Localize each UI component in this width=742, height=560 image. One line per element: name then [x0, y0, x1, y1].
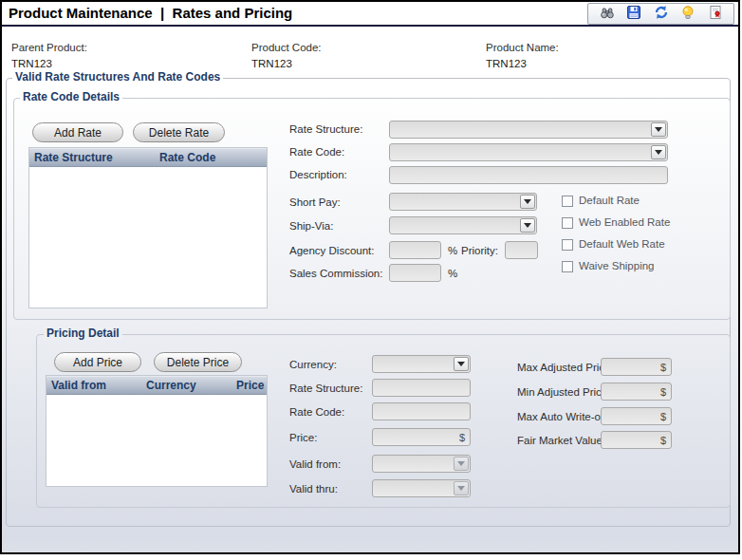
delete-rate-button-label: Delete Rate: [149, 126, 209, 140]
valid-from-datepicker[interactable]: [372, 455, 471, 473]
chevron-down-icon[interactable]: [454, 357, 469, 371]
default-web-rate-checkbox[interactable]: [562, 239, 573, 251]
refresh-icon: [654, 5, 669, 24]
rates-col-rate-code: Rate Code: [159, 151, 267, 164]
pricing-rate-structure-label: Rate Structure:: [289, 383, 362, 394]
price-dollar-suffix: $: [459, 432, 465, 443]
agency-discount-label: Agency Discount:: [289, 245, 375, 256]
pricing-rate-code-input[interactable]: [372, 402, 471, 420]
product-maintenance-window: Product Maintenance | Rates and Pricing: [0, 0, 742, 560]
chevron-down-icon[interactable]: [454, 457, 469, 471]
report-button[interactable]: [707, 6, 724, 23]
pricing-detail-legend: Pricing Detail: [44, 327, 122, 340]
max-adjusted-price-dollar-suffix: $: [660, 362, 666, 373]
price-label: Price:: [289, 432, 317, 443]
max-auto-writeoff-dollar-suffix: $: [660, 411, 666, 422]
rates-list-header: Rate Structure Rate Code: [29, 148, 267, 167]
priority-label: Priority:: [461, 245, 498, 256]
ship-via-label: Ship-Via:: [289, 220, 333, 232]
price-input[interactable]: $: [372, 428, 471, 446]
min-adjusted-price-input[interactable]: $: [601, 383, 672, 401]
prices-list-header: Valid from Currency Price: [46, 376, 267, 395]
sales-commission-input[interactable]: [389, 264, 441, 282]
add-price-button[interactable]: Add Price: [54, 352, 141, 372]
chevron-down-icon[interactable]: [651, 122, 666, 137]
valid-thru-label: Valid thru:: [289, 483, 338, 495]
fair-market-value-dollar-suffix: $: [660, 435, 666, 446]
max-adjusted-price-input[interactable]: $: [601, 358, 672, 376]
default-rate-checkbox-label: Default Rate: [579, 195, 640, 206]
pricing-rate-structure-input[interactable]: [372, 379, 471, 397]
description-label: Description:: [289, 169, 347, 180]
chevron-down-icon[interactable]: [651, 145, 666, 159]
rate-structure-combo[interactable]: [389, 121, 668, 139]
add-price-button-label: Add Price: [73, 356, 122, 369]
short-pay-label: Short Pay:: [289, 196, 341, 208]
fair-market-value-input[interactable]: $: [601, 431, 672, 449]
add-rate-button[interactable]: Add Rate: [32, 122, 123, 142]
find-button[interactable]: [599, 6, 616, 23]
chevron-down-icon[interactable]: [520, 218, 535, 233]
fair-market-value-label: Fair Market Value:: [517, 435, 605, 446]
web-enabled-rate-checkbox-label: Web Enabled Rate: [579, 216, 670, 228]
page-title: Product Maintenance | Rates and Pricing: [9, 5, 292, 21]
binoculars-icon: [600, 5, 615, 24]
chevron-down-icon[interactable]: [520, 195, 535, 209]
min-adjusted-price-label: Min Adjusted Price: [517, 386, 607, 398]
agency-discount-percent: %: [448, 245, 457, 256]
add-rate-button-label: Add Rate: [54, 126, 102, 140]
rate-code-combo[interactable]: [389, 143, 668, 161]
max-adjusted-price-label: Max Adjusted Price:: [517, 362, 614, 373]
pricing-rate-code-label: Rate Code:: [289, 406, 344, 418]
product-name-value: TRN123: [486, 58, 527, 69]
prices-list: Valid from Currency Price: [46, 375, 268, 487]
prices-col-valid-from: Valid from: [46, 379, 146, 392]
priority-input[interactable]: [505, 241, 538, 259]
waive-shipping-checkbox[interactable]: [562, 261, 573, 272]
short-pay-combo[interactable]: [389, 193, 537, 211]
delete-rate-button[interactable]: Delete Rate: [133, 122, 225, 142]
agency-discount-input[interactable]: [389, 241, 441, 259]
waive-shipping-checkbox-label: Waive Shipping: [579, 260, 654, 271]
rates-col-rate-structure: Rate Structure: [29, 151, 159, 164]
currency-combo[interactable]: [372, 355, 471, 373]
save-floppy-icon: [626, 5, 641, 24]
prices-col-price: Price: [236, 379, 267, 392]
rate-code-label: Rate Code:: [289, 146, 344, 158]
rates-list-body[interactable]: [29, 167, 267, 308]
min-adjusted-price-dollar-suffix: $: [660, 386, 666, 398]
ship-via-combo[interactable]: [389, 216, 537, 234]
sales-commission-percent: %: [448, 268, 457, 279]
save-button[interactable]: [625, 6, 642, 23]
rates-list: Rate Structure Rate Code: [28, 147, 268, 308]
valid-thru-datepicker[interactable]: [372, 479, 471, 497]
parent-product-value: TRN123: [11, 58, 52, 69]
prices-list-body[interactable]: [46, 395, 267, 486]
product-name-label: Product Name:: [486, 42, 559, 53]
refresh-button[interactable]: [653, 6, 670, 23]
lightbulb-icon: [680, 5, 696, 24]
sales-commission-label: Sales Commission:: [289, 268, 382, 279]
web-enabled-rate-checkbox[interactable]: [562, 217, 573, 229]
max-auto-writeoff-input[interactable]: $: [601, 407, 672, 425]
prices-col-currency: Currency: [146, 379, 236, 392]
product-code-label: Product Code:: [251, 42, 322, 53]
valid-rates-groupbox-legend: Valid Rate Structures And Rate Codes: [12, 71, 223, 84]
default-rate-checkbox[interactable]: [562, 196, 573, 207]
delete-price-button-label: Delete Price: [167, 356, 229, 369]
report-document-icon: [708, 5, 723, 24]
hint-button[interactable]: [679, 6, 696, 23]
parent-product-label: Parent Product:: [11, 42, 87, 53]
description-input[interactable]: [389, 166, 668, 184]
delete-price-button[interactable]: Delete Price: [154, 352, 242, 372]
rate-structure-label: Rate Structure:: [289, 123, 362, 135]
currency-label: Currency:: [289, 359, 337, 370]
product-code-value: TRN123: [251, 58, 292, 69]
max-auto-writeoff-label: Max Auto Write-off:: [517, 411, 609, 422]
valid-from-label: Valid from:: [289, 458, 341, 470]
rate-code-details-legend: Rate Code Details: [20, 91, 122, 103]
chevron-down-icon[interactable]: [454, 481, 469, 495]
toolbar: [587, 3, 734, 25]
default-web-rate-checkbox-label: Default Web Rate: [579, 238, 665, 250]
